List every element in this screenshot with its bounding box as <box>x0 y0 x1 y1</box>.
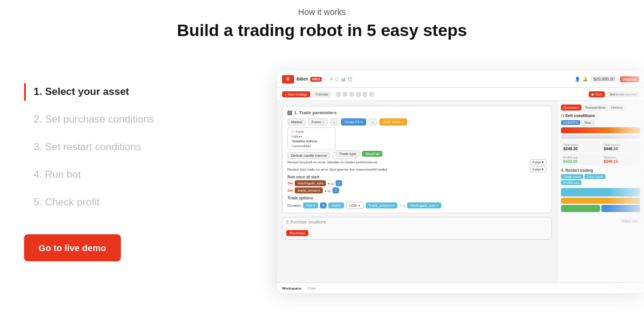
aud-ptc-chip[interactable]: AUD/PTC <box>561 120 580 125</box>
set-trade-row: Set trade_amount ▾ to 1 <box>287 187 547 193</box>
trade-count-chip[interactable]: Trade count <box>561 174 583 179</box>
toolbar-icon-5[interactable] <box>363 92 367 97</box>
bottom-blocks: Clear stat <box>561 188 640 225</box>
martingale-num[interactable]: 2 <box>336 180 342 186</box>
sell-indicator-row: AUD/PTC Rise <box>561 120 640 126</box>
toolbar-icon-6[interactable] <box>369 92 374 97</box>
mock-tutorials-btn[interactable]: Tutorials <box>313 91 331 97</box>
mock-pro-tag: PRO <box>310 77 322 82</box>
transactions-tab[interactable]: Transactions <box>583 105 608 111</box>
topbar-sep <box>325 76 326 83</box>
right-panel: B BBot PRO ⟳ ⬡ 📊 📋 👤 🔔 $20,000.00 Deposi… <box>253 0 644 328</box>
mock-run-btn[interactable]: ▶ Run <box>589 91 605 97</box>
forex-chip[interactable]: Forex ▾ <box>308 118 327 126</box>
restart-buy-select[interactable]: False ▾ <box>530 159 547 165</box>
step-item-3[interactable]: 3. Set restart conditions <box>24 133 235 161</box>
indicator-bar <box>561 127 640 133</box>
martingale-var[interactable]: martingale_size <box>295 180 326 186</box>
market-row: Market Forex ▾ › Smart FX ▾ › AUD Index … <box>287 118 547 126</box>
loss-count-chip[interactable]: Loss count <box>584 174 606 179</box>
trade-amount-var[interactable]: trade_amount <box>295 187 323 193</box>
sell-cond-title: ⬡ Sell conditions <box>561 114 640 118</box>
block-icon <box>287 111 292 115</box>
history-tab[interactable]: History <box>609 105 625 111</box>
teal-block <box>601 205 640 212</box>
mockup-topbar: B BBot PRO ⟳ ⬡ 📊 📋 👤 🔔 $20,000.00 Deposi… <box>277 71 644 88</box>
step-item-1[interactable]: 1. Select your asset <box>24 78 235 106</box>
stat-total-stake: Total stake $248.30 <box>561 141 600 153</box>
step-item-4[interactable]: 4. Run bot <box>24 161 235 189</box>
mock-logo-icon: B <box>282 75 294 84</box>
restart-trading-section: 4. Restart trading Trade count Loss coun… <box>561 168 640 185</box>
toolbar-icon-3[interactable] <box>349 92 354 97</box>
step-item-2[interactable]: 2. Set purchase conditions <box>24 106 235 133</box>
martingale-size-chip[interactable]: Martingale_size ▾ <box>407 202 441 208</box>
restart-row-2: Profit/Loss <box>561 180 640 185</box>
trade-params-title: 1. Trade parameters <box>287 110 547 115</box>
step-item-5[interactable]: 5. Check profit <box>24 189 235 216</box>
sell-conditions-section: ⬡ Sell conditions AUD/PTC Rise <box>561 114 640 165</box>
steps-wrapper: 1. Select your asset 2. Set purchase con… <box>24 72 235 261</box>
sidebar-tabs: Summary Transactions History <box>561 105 640 111</box>
purchase-conds-block: 2. Purchase conditions Purchase <box>282 217 552 240</box>
stake-chip[interactable]: Stake <box>328 202 343 208</box>
stats-grid: Total stake $248.30 Total payout $448.10… <box>561 141 640 165</box>
mockup-body: 1. Trade parameters Market Forex ▾ › Sma… <box>277 101 644 293</box>
run-buttons: ▶ Run Sell to bot running <box>589 91 639 97</box>
profit-loss-chip[interactable]: Profit/Loss <box>561 180 581 185</box>
stat-profit-sum: Profit/Loss $432.00 <box>561 154 600 165</box>
restart-row: Trade count Loss count <box>561 174 640 179</box>
restart-last-row: Restart last trade on error (but ignores… <box>287 166 547 172</box>
restart-last-label: Restart last trade on error (but ignores… <box>287 168 528 171</box>
usd-chip[interactable]: USD ▾ <box>346 202 364 209</box>
topbar-right: 👤 🔔 $20,000.00 Deposit <box>575 76 639 82</box>
mock-sell-btn[interactable]: Sell to bot running <box>607 91 639 97</box>
workspace-tab[interactable]: Workspace <box>282 287 301 290</box>
mock-appname: BBot <box>296 76 308 82</box>
topbar-icons: ⟳ ⬡ 📊 📋 <box>330 77 353 82</box>
chart-tab[interactable]: Chart <box>307 287 316 290</box>
candle-label: Default candle interval <box>287 152 330 159</box>
mockup-footer: Workspace Chart <box>277 282 644 293</box>
summary-tab[interactable]: Summary <box>561 105 581 111</box>
mock-balance: $20,000.00 <box>590 76 618 82</box>
toolbar-icons <box>336 92 374 97</box>
trade-params-block: 1. Trade parameters Market Forex ▾ › Sma… <box>282 106 552 213</box>
trade-type-label: Trade type <box>336 150 360 157</box>
market-chip[interactable]: Market <box>287 118 305 126</box>
cta-button[interactable]: Go to live demo <box>24 234 121 261</box>
arrow-chip2: › <box>369 118 377 126</box>
toolbar-icon-4[interactable] <box>356 92 361 97</box>
clear-stat-btn[interactable]: Clear stat <box>620 219 640 223</box>
duration-num[interactable]: 5 <box>320 202 327 208</box>
steps-list: 1. Select your asset 2. Set purchase con… <box>24 78 235 216</box>
aud-index-chip[interactable]: AUD Index ▾ <box>379 118 407 126</box>
rise-fall-chip[interactable]: Rise/Fall <box>362 151 382 157</box>
restart-last-select[interactable]: False ▾ <box>530 166 547 172</box>
asset-dropdown[interactable]: ✓ Forex Indices Volatility Indices Commo… <box>287 127 336 150</box>
toolbar-icon-1[interactable] <box>336 92 341 97</box>
mockup-workspace: 1. Trade parameters Market Forex ▾ › Sma… <box>277 101 557 293</box>
rise-chip[interactable]: Rise <box>581 120 594 126</box>
trade-amount-chip[interactable]: Trade_amount ▾ <box>366 202 397 208</box>
blue-block <box>561 188 640 196</box>
mock-new-strategy-btn[interactable]: + New strategy <box>282 91 310 97</box>
toolbar-icon-2[interactable] <box>343 92 348 97</box>
trade-opts-row: Duration Tick ▾ 5 Stake USD ▾ Trade_amou… <box>287 202 547 209</box>
run-once-label: Run once at start <box>287 175 547 179</box>
clear-btn-area: Clear stat <box>561 214 640 225</box>
smart-fx-chip[interactable]: Smart FX ▾ <box>341 118 366 126</box>
purchase-conds-title: 2. Purchase conditions <box>286 220 548 224</box>
orange-block <box>561 198 640 204</box>
small-blocks-row <box>561 205 640 212</box>
tick-chip[interactable]: Tick ▾ <box>303 202 318 208</box>
mockup-secondbar: + New strategy Tutorials ▶ Run Sell to b… <box>277 88 644 101</box>
duration-label: Duration <box>287 204 301 207</box>
arrow-chip: › <box>330 118 339 126</box>
mock-deposit-btn[interactable]: Deposit <box>620 76 639 82</box>
restart-buy-label: Restart buy/sell on error (disable for b… <box>287 160 528 164</box>
left-panel: 1. Select your asset 2. Set purchase con… <box>0 0 253 328</box>
trade-num[interactable]: 1 <box>333 187 339 193</box>
restart-buy-row: Restart buy/sell on error (disable for b… <box>287 159 547 165</box>
purchase-chip[interactable]: Purchase <box>286 230 308 236</box>
